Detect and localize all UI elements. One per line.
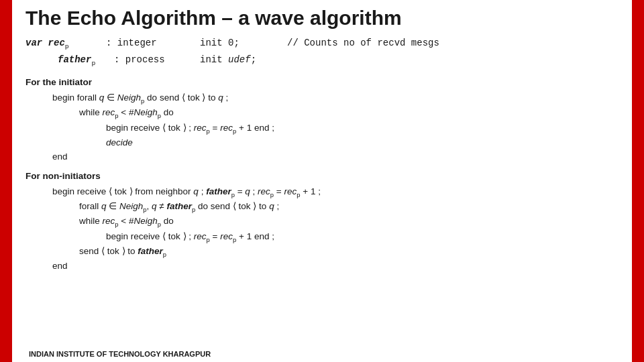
right-bar: 3 <box>632 0 644 362</box>
var-father-init: init udef; <box>200 53 287 67</box>
noninitiator-label: For non-initiators <box>25 170 619 184</box>
initiator-end: end <box>25 150 619 164</box>
var-rec: var recp <box>25 36 106 52</box>
noninitiator-end: end <box>25 259 619 274</box>
var-father-type: : process <box>106 53 200 67</box>
noninitiator-line4: begin receive ⟨ tok ⟩ ; recp = recp + 1 … <box>25 230 619 245</box>
var-rec-type: : integer <box>106 36 200 50</box>
initiator-label: For the initiator <box>25 76 619 90</box>
initiator-line2: while recp < #Neighp do <box>25 106 619 121</box>
var-rec-comment: // Counts no of recvd mesgs <box>287 36 439 50</box>
page-title: The Echo Algorithm – a wave algorithm <box>25 7 619 29</box>
var-declarations: var recp : integer init 0; // Counts no … <box>25 36 619 69</box>
left-bar <box>0 0 12 362</box>
noninitiator-line3: while recp < #Neighp do <box>25 215 619 229</box>
footer-text: INDIAN INSTITUTE OF TECHNOLOGY KHARAGPUR <box>29 350 211 358</box>
var-rec-init: init 0; <box>200 36 287 50</box>
var-father: fatherp <box>52 53 106 68</box>
noninitiator-line1: begin receive ⟨ tok ⟩ from neighbor q ; … <box>25 185 619 200</box>
main-content: The Echo Algorithm – a wave algorithm va… <box>12 0 632 362</box>
noninitiator-line5: send ⟨ tok ⟩ to fatherp <box>25 245 619 259</box>
footer: INDIAN INSTITUTE OF TECHNOLOGY KHARAGPUR <box>29 350 608 358</box>
initiator-section: For the initiator begin forall q ∈ Neigh… <box>25 76 619 164</box>
noninitiator-section: For non-initiators begin receive ⟨ tok ⟩… <box>25 170 619 274</box>
noninitiator-line2: forall q ∈ Neighp, q ≠ fatherp do send ⟨… <box>25 200 619 215</box>
initiator-line4: decide <box>25 136 619 150</box>
initiator-line3: begin receive ⟨ tok ⟩ ; recp = recp + 1 … <box>25 121 619 136</box>
initiator-line1: begin forall q ∈ Neighp do send ⟨ tok ⟩ … <box>25 91 619 106</box>
